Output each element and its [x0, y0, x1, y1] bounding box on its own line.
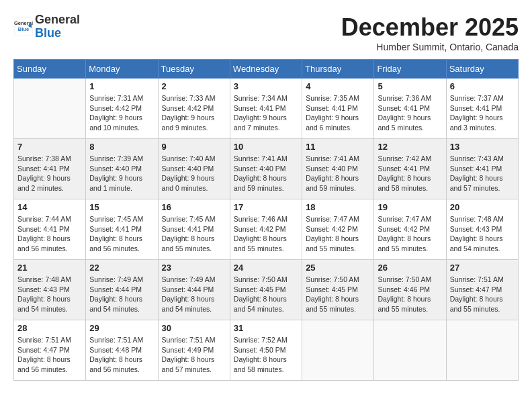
- svg-text:Blue: Blue: [18, 26, 29, 32]
- sunset: Sunset: 4:49 PM: [162, 346, 214, 354]
- calendar-week-row: 21Sunrise: 7:48 AMSunset: 4:43 PMDayligh…: [14, 260, 519, 320]
- day-number: 24: [234, 263, 298, 273]
- sunset: Sunset: 4:47 PM: [450, 285, 502, 293]
- calendar-cell: 1Sunrise: 7:31 AMSunset: 4:42 PMDaylight…: [86, 79, 158, 139]
- sunset: Sunset: 4:45 PM: [306, 285, 358, 293]
- calendar-cell: 29Sunrise: 7:51 AMSunset: 4:48 PMDayligh…: [86, 320, 158, 381]
- sunrise: Sunrise: 7:31 AM: [89, 94, 143, 102]
- day-number: 8: [89, 142, 154, 152]
- day-info: Sunrise: 7:38 AMSunset: 4:41 PMDaylight:…: [17, 154, 82, 193]
- column-header-friday: Friday: [374, 60, 446, 79]
- day-info: Sunrise: 7:51 AMSunset: 4:48 PMDaylight:…: [89, 335, 154, 375]
- daylight: Daylight: 8 hours and 55 minutes.: [378, 234, 431, 253]
- location: Humber Summit, Ontario, Canada: [341, 42, 519, 52]
- day-number: 26: [378, 263, 442, 273]
- day-info: Sunrise: 7:41 AMSunset: 4:40 PMDaylight:…: [306, 154, 370, 193]
- daylight: Daylight: 8 hours and 54 minutes.: [17, 295, 71, 313]
- daylight: Daylight: 8 hours and 56 minutes.: [17, 355, 71, 373]
- sunrise: Sunrise: 7:43 AM: [450, 154, 504, 163]
- day-number: 28: [17, 323, 82, 333]
- day-info: Sunrise: 7:42 AMSunset: 4:41 PMDaylight:…: [378, 154, 442, 193]
- calendar-cell: [446, 320, 518, 381]
- calendar-cell: 24Sunrise: 7:50 AMSunset: 4:45 PMDayligh…: [230, 260, 302, 320]
- day-info: Sunrise: 7:45 AMSunset: 4:41 PMDaylight:…: [89, 214, 154, 254]
- day-number: 15: [89, 202, 154, 212]
- calendar-cell: 17Sunrise: 7:46 AMSunset: 4:42 PMDayligh…: [230, 199, 302, 260]
- header: General Blue General Blue December 2025 …: [13, 13, 519, 52]
- calendar: SundayMondayTuesdayWednesdayThursdayFrid…: [13, 59, 519, 381]
- sunset: Sunset: 4:41 PM: [306, 104, 358, 112]
- sunset: Sunset: 4:41 PM: [17, 225, 70, 233]
- sunrise: Sunrise: 7:44 AM: [17, 215, 71, 223]
- day-number: 9: [162, 142, 226, 152]
- sunset: Sunset: 4:44 PM: [162, 285, 214, 293]
- sunset: Sunset: 4:40 PM: [162, 165, 214, 173]
- sunrise: Sunrise: 7:50 AM: [378, 275, 431, 283]
- sunset: Sunset: 4:40 PM: [234, 165, 286, 173]
- calendar-cell: 22Sunrise: 7:49 AMSunset: 4:44 PMDayligh…: [86, 260, 158, 320]
- calendar-cell: [374, 320, 446, 381]
- calendar-cell: 19Sunrise: 7:47 AMSunset: 4:42 PMDayligh…: [374, 199, 446, 260]
- column-header-saturday: Saturday: [446, 60, 518, 79]
- month-title: December 2025: [341, 13, 519, 42]
- sunset: Sunset: 4:44 PM: [89, 285, 142, 293]
- day-info: Sunrise: 7:43 AMSunset: 4:41 PMDaylight:…: [450, 154, 515, 193]
- sunset: Sunset: 4:50 PM: [234, 346, 286, 354]
- daylight: Daylight: 8 hours and 56 minutes.: [89, 355, 142, 373]
- day-number: 11: [306, 142, 370, 152]
- day-number: 20: [450, 202, 515, 212]
- day-number: 22: [89, 263, 154, 273]
- daylight: Daylight: 9 hours and 10 minutes.: [89, 113, 142, 132]
- day-number: 31: [234, 323, 298, 333]
- column-header-monday: Monday: [86, 60, 158, 79]
- daylight: Daylight: 8 hours and 54 minutes.: [162, 295, 215, 313]
- calendar-week-row: 28Sunrise: 7:51 AMSunset: 4:47 PMDayligh…: [14, 320, 519, 381]
- daylight: Daylight: 8 hours and 59 minutes.: [234, 174, 287, 192]
- day-info: Sunrise: 7:47 AMSunset: 4:42 PMDaylight:…: [306, 214, 370, 254]
- day-info: Sunrise: 7:31 AMSunset: 4:42 PMDaylight:…: [89, 93, 154, 133]
- sunrise: Sunrise: 7:47 AM: [306, 215, 359, 223]
- day-number: 25: [306, 263, 370, 273]
- calendar-cell: 26Sunrise: 7:50 AMSunset: 4:46 PMDayligh…: [374, 260, 446, 320]
- column-header-sunday: Sunday: [14, 60, 86, 79]
- daylight: Daylight: 8 hours and 55 minutes.: [162, 234, 215, 253]
- day-number: 30: [162, 323, 226, 333]
- day-info: Sunrise: 7:47 AMSunset: 4:42 PMDaylight:…: [378, 214, 442, 254]
- sunrise: Sunrise: 7:51 AM: [162, 336, 216, 344]
- day-number: 3: [234, 81, 298, 91]
- logo-icon: General Blue: [13, 17, 34, 37]
- calendar-week-row: 7Sunrise: 7:38 AMSunset: 4:41 PMDaylight…: [14, 139, 519, 199]
- sunset: Sunset: 4:41 PM: [89, 225, 142, 233]
- day-number: 7: [17, 142, 82, 152]
- day-info: Sunrise: 7:36 AMSunset: 4:41 PMDaylight:…: [378, 93, 442, 133]
- daylight: Daylight: 8 hours and 59 minutes.: [306, 174, 359, 192]
- sunset: Sunset: 4:46 PM: [378, 285, 430, 293]
- sunrise: Sunrise: 7:33 AM: [162, 94, 216, 102]
- column-header-wednesday: Wednesday: [230, 60, 302, 79]
- calendar-cell: 10Sunrise: 7:41 AMSunset: 4:40 PMDayligh…: [230, 139, 302, 199]
- day-info: Sunrise: 7:46 AMSunset: 4:42 PMDaylight:…: [234, 214, 298, 254]
- day-number: 27: [450, 263, 515, 273]
- calendar-header-row: SundayMondayTuesdayWednesdayThursdayFrid…: [14, 60, 519, 79]
- calendar-cell: 13Sunrise: 7:43 AMSunset: 4:41 PMDayligh…: [446, 139, 518, 199]
- daylight: Daylight: 9 hours and 7 minutes.: [234, 113, 287, 132]
- calendar-cell: 3Sunrise: 7:34 AMSunset: 4:41 PMDaylight…: [230, 79, 302, 139]
- daylight: Daylight: 8 hours and 55 minutes.: [450, 295, 503, 313]
- daylight: Daylight: 9 hours and 0 minutes.: [162, 174, 215, 192]
- daylight: Daylight: 8 hours and 54 minutes.: [234, 295, 287, 313]
- calendar-cell: 20Sunrise: 7:48 AMSunset: 4:43 PMDayligh…: [446, 199, 518, 260]
- day-info: Sunrise: 7:34 AMSunset: 4:41 PMDaylight:…: [234, 93, 298, 133]
- day-info: Sunrise: 7:51 AMSunset: 4:47 PMDaylight:…: [17, 335, 82, 375]
- daylight: Daylight: 9 hours and 1 minute.: [89, 174, 142, 192]
- day-number: 29: [89, 323, 154, 333]
- day-info: Sunrise: 7:48 AMSunset: 4:43 PMDaylight:…: [17, 275, 82, 314]
- day-number: 14: [17, 202, 82, 212]
- sunset: Sunset: 4:40 PM: [306, 165, 358, 173]
- daylight: Daylight: 8 hours and 56 minutes.: [89, 234, 142, 253]
- sunrise: Sunrise: 7:48 AM: [450, 215, 504, 223]
- calendar-cell: 7Sunrise: 7:38 AMSunset: 4:41 PMDaylight…: [14, 139, 86, 199]
- title-area: December 2025 Humber Summit, Ontario, Ca…: [341, 13, 519, 52]
- day-number: 23: [162, 263, 226, 273]
- sunrise: Sunrise: 7:52 AM: [234, 336, 287, 344]
- sunset: Sunset: 4:41 PM: [378, 165, 430, 173]
